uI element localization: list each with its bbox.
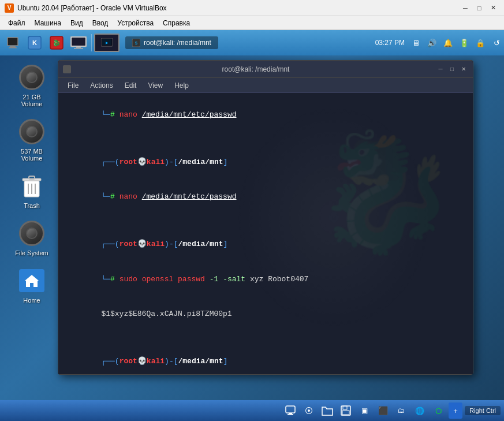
- terminal-window: root@kali: /media/mnt ─ □ ✕ File Actions…: [58, 60, 473, 375]
- term-maximize-btn[interactable]: □: [447, 65, 457, 73]
- term-line-blank3: [65, 332, 466, 344]
- term-menu-edit[interactable]: Edit: [120, 80, 141, 91]
- toolbar-separator: [91, 34, 92, 51]
- term-close-btn[interactable]: ✕: [459, 65, 468, 73]
- svg-rect-10: [74, 48, 83, 49]
- window-controls: ─ □ ✕: [459, 3, 499, 13]
- term-line-2b: └─# nano /media/mnt/etc/passwd: [65, 180, 466, 214]
- taskbar-rightctrl-label: Right Ctrl: [465, 406, 501, 415]
- taskbar-app1-icon[interactable]: ▣: [356, 403, 372, 419]
- term-menu-help[interactable]: Help: [170, 80, 193, 91]
- svg-rect-8: [72, 38, 85, 46]
- toolbar-red-icon[interactable]: 🐉: [46, 32, 67, 53]
- refresh-icon[interactable]: ↺: [491, 38, 502, 48]
- drive-21gb-label: 21 GBVolume: [21, 94, 43, 107]
- taskbar-files-icon[interactable]: [319, 403, 335, 419]
- term-line-3b: └─# sudo openssl passwd -1 -salt xyz Rob…: [65, 262, 466, 296]
- term-line-1: └─# nano /media/mnt/etc/passwd: [65, 98, 466, 132]
- vbox-title: Ubuntu 20.04 [Работает] - Oracle VM Virt…: [17, 4, 459, 12]
- vbox-menubar: Файл Машина Вид Ввод Устройства Справка: [0, 16, 504, 30]
- term-title-icon: [63, 65, 71, 73]
- desktop-icon-trash[interactable]: Trash: [6, 170, 58, 211]
- term-line-2: ┌──(root💀kali)-[/media/mnt]: [65, 145, 466, 179]
- svg-text:$: $: [135, 40, 138, 46]
- term-line-5: ┌──(root💀kali)-[/media/mnt]: [65, 345, 466, 375]
- taskbar: ⦿ ▣ ⬛ 🗂 🌐 ⬡ + Right Ctrl: [0, 400, 504, 421]
- term-menu-actions[interactable]: Actions: [85, 80, 117, 91]
- svg-rect-23: [289, 413, 292, 414]
- monitor-icon[interactable]: 🖥: [410, 38, 421, 48]
- menu-devices[interactable]: Устройства: [113, 18, 158, 28]
- taskbar-app6-icon[interactable]: +: [449, 403, 462, 419]
- term-title: root@kali: /media/mnt: [76, 65, 436, 73]
- battery-icon[interactable]: 🔋: [459, 38, 469, 48]
- toolbar-screen-button[interactable]: ▶: [94, 33, 120, 52]
- home-label: Home: [23, 297, 40, 304]
- svg-rect-26: [343, 406, 347, 409]
- taskbar-app2-icon[interactable]: ⬛: [375, 403, 391, 419]
- desktop-icon-home[interactable]: Home: [6, 264, 58, 306]
- term-body[interactable]: └─# nano /media/mnt/etc/passwd ┌──(root💀…: [58, 93, 473, 374]
- menu-help[interactable]: Справка: [158, 18, 195, 28]
- taskbar-bluetooth-icon[interactable]: ⦿: [301, 403, 317, 419]
- svg-rect-2: [9, 47, 17, 49]
- home-icon: [18, 267, 46, 295]
- svg-text:🐉: 🐉: [53, 39, 61, 47]
- vbox-titlebar: V Ubuntu 20.04 [Работает] - Oracle VM Vi…: [0, 0, 504, 16]
- terminal-tab-label: root@kali: /media/mnt: [144, 39, 211, 47]
- maximize-button[interactable]: □: [473, 3, 486, 13]
- svg-rect-9: [76, 47, 81, 48]
- drive-21gb-icon: [18, 64, 46, 91]
- vbox-icon: V: [5, 3, 14, 13]
- menu-input[interactable]: Ввод: [88, 18, 113, 28]
- term-titlebar: root@kali: /media/mnt ─ □ ✕: [58, 61, 473, 78]
- desktop: 21 GBVolume 537 MBVolume: [0, 55, 504, 400]
- term-win-btns: ─ □ ✕: [436, 65, 468, 73]
- desktop-icon-filesystem[interactable]: File System: [6, 217, 58, 259]
- taskbar-save-icon[interactable]: [338, 403, 354, 419]
- taskbar-app5-icon[interactable]: ⬡: [430, 403, 446, 419]
- desktop-icon-537mb[interactable]: 537 MBVolume: [6, 116, 58, 164]
- svg-text:▶: ▶: [106, 41, 109, 44]
- toolbar-settings-icon[interactable]: [2, 32, 23, 53]
- terminal-tab[interactable]: $ root@kali: /media/mnt: [125, 36, 218, 49]
- menu-view[interactable]: Вид: [66, 18, 88, 28]
- term-line-blank2: [65, 215, 466, 226]
- close-button[interactable]: ✕: [487, 3, 499, 13]
- trash-label: Trash: [24, 202, 40, 209]
- svg-rect-0: [8, 38, 18, 46]
- taskbar-network-icon[interactable]: [282, 403, 298, 419]
- term-line-blank1: [65, 133, 466, 144]
- term-menu-file[interactable]: File: [63, 80, 83, 91]
- drive-537mb-icon: [18, 118, 46, 146]
- term-menu: File Actions Edit View Help: [58, 78, 473, 93]
- toolbar-time: 03:27 PM: [375, 39, 405, 47]
- menu-file[interactable]: Файл: [3, 18, 30, 28]
- term-menu-view[interactable]: View: [143, 80, 167, 91]
- svg-rect-27: [342, 411, 349, 415]
- lock-icon[interactable]: 🔒: [475, 38, 486, 48]
- toolbar-blue-icon[interactable]: K: [24, 32, 45, 53]
- taskbar-app4-icon[interactable]: 🌐: [412, 403, 428, 419]
- svg-rect-21: [29, 176, 35, 179]
- toolbar-screenshot-icon[interactable]: [68, 32, 89, 53]
- term-minimize-btn[interactable]: ─: [436, 65, 445, 73]
- filesystem-label: File System: [15, 249, 48, 256]
- filesystem-icon: [18, 219, 46, 247]
- desktop-icons: 21 GBVolume 537 MBVolume: [0, 55, 64, 312]
- minimize-button[interactable]: ─: [459, 3, 472, 13]
- taskbar-app3-icon[interactable]: 🗂: [393, 403, 409, 419]
- term-line-3: ┌──(root💀kali)-[/media/mnt]: [65, 228, 466, 262]
- svg-text:K: K: [32, 39, 37, 46]
- bell-icon[interactable]: 🔔: [443, 38, 453, 48]
- svg-rect-24: [288, 414, 293, 415]
- desktop-icon-21gb[interactable]: 21 GBVolume: [6, 61, 58, 110]
- svg-rect-1: [10, 46, 16, 47]
- vbox-toolbar: K 🐉 ▶ $ root@kali: /media/mnt 03:27 PM 🖥…: [0, 30, 504, 55]
- volume-icon[interactable]: 🔊: [427, 38, 437, 48]
- svg-rect-22: [286, 406, 295, 413]
- term-line-output: $1$xyz$E86Qa.xCAJN.pi8TZM00p1: [65, 297, 466, 331]
- menu-machine[interactable]: Машина: [30, 18, 66, 28]
- drive-537mb-label: 537 MBVolume: [21, 148, 43, 162]
- trash-icon: [18, 172, 46, 200]
